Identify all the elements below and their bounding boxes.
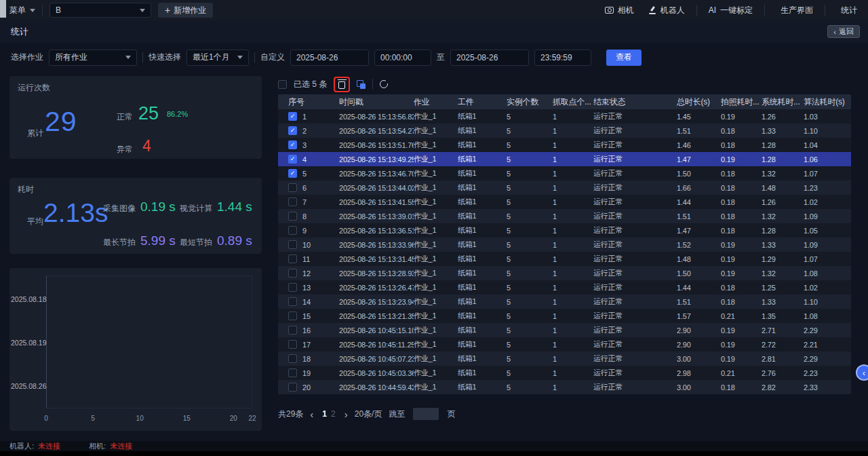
row-checkbox[interactable] bbox=[288, 326, 297, 335]
table-row[interactable]: 192025-08-26 10:45:03.368作业_1纸箱151运行正常2.… bbox=[278, 366, 851, 380]
new-job-button[interactable]: + 新增作业 bbox=[158, 3, 213, 18]
row-checkbox[interactable] bbox=[288, 368, 297, 377]
row-checkbox[interactable] bbox=[288, 240, 297, 249]
cell-system: 1.35 bbox=[762, 312, 804, 320]
cell-instances: 5 bbox=[507, 355, 553, 363]
delete-button[interactable] bbox=[338, 79, 345, 89]
cell-photo: 0.19 bbox=[721, 255, 762, 263]
row-checkbox[interactable] bbox=[288, 254, 297, 263]
table-row[interactable]: ✓42025-08-26 15:13:49.257作业_1纸箱151运行正常1.… bbox=[278, 152, 851, 166]
page-jump-input[interactable] bbox=[413, 408, 439, 420]
cell-status: 运行正常 bbox=[593, 225, 677, 235]
cell-algo: 1.05 bbox=[804, 227, 851, 235]
cell-part: 纸箱1 bbox=[458, 297, 507, 307]
robot-button[interactable]: 机器人 bbox=[646, 3, 688, 18]
stats-button[interactable]: 统计 bbox=[834, 3, 860, 18]
menu-button[interactable]: 菜单 bbox=[9, 5, 35, 16]
chart-category-label: 2025.08.26 bbox=[11, 382, 43, 390]
production-button[interactable]: 生产界面 bbox=[774, 3, 816, 18]
table-row[interactable]: 182025-08-26 10:45:07.232作业_1纸箱151运行正常3.… bbox=[278, 352, 851, 366]
end-time-input[interactable]: 23:59:59 bbox=[534, 50, 591, 66]
cell-job: 作业_1 bbox=[414, 282, 458, 292]
prev-page-button[interactable]: ‹ bbox=[310, 409, 313, 419]
row-checkbox[interactable]: ✓ bbox=[288, 126, 297, 135]
total-runs-value: 29 bbox=[45, 106, 77, 138]
time-stats-card: 耗时 平均 2.13s 采集图像0.19 s视觉计算1.44 s最长节拍5.99… bbox=[9, 178, 262, 254]
cell-part: 纸箱1 bbox=[458, 240, 507, 250]
end-date-input[interactable]: 2025-08-26 bbox=[450, 50, 529, 66]
table-row[interactable]: ✓12025-08-26 15:13:56.820作业_1纸箱151运行正常1.… bbox=[278, 109, 851, 124]
row-checkbox[interactable] bbox=[288, 283, 297, 292]
row-checkbox[interactable] bbox=[288, 269, 297, 278]
table-row[interactable]: 162025-08-26 10:45:15.108作业_1纸箱151运行正常2.… bbox=[278, 323, 851, 337]
row-checkbox[interactable] bbox=[288, 354, 297, 363]
cell-status: 运行正常 bbox=[593, 354, 677, 364]
copy-button[interactable] bbox=[357, 80, 366, 89]
table-row[interactable]: 72025-08-26 15:13:41.553作业_1纸箱151运行正常1.4… bbox=[278, 195, 851, 209]
bar-chart-plot bbox=[46, 276, 252, 408]
row-checkbox[interactable] bbox=[288, 340, 297, 349]
table-row[interactable]: 172025-08-26 10:45:11.259作业_1纸箱151运行正常2.… bbox=[278, 337, 851, 352]
table-row[interactable]: 122025-08-26 15:13:28.934作业_1纸箱151运行正常1.… bbox=[278, 266, 851, 280]
table-row[interactable]: ✓32025-08-26 15:13:51.763作业_1纸箱151运行正常1.… bbox=[278, 138, 851, 152]
row-checkbox[interactable] bbox=[288, 311, 297, 320]
table-row[interactable]: ✓52025-08-26 15:13:46.706作业_1纸箱151运行正常1.… bbox=[278, 166, 851, 180]
page-number[interactable]: 1 bbox=[320, 409, 329, 419]
select-all-checkbox[interactable] bbox=[278, 80, 287, 89]
page-number[interactable]: 2 bbox=[329, 409, 338, 419]
row-checkbox[interactable] bbox=[288, 183, 297, 192]
row-checkbox[interactable] bbox=[288, 197, 297, 206]
table-row[interactable]: 62025-08-26 15:13:44.027作业_1纸箱151运行正常1.6… bbox=[278, 180, 851, 195]
job-filter-select[interactable]: 所有作业 bbox=[49, 50, 137, 66]
cell-grasp: 1 bbox=[553, 355, 593, 363]
cell-system: 1.48 bbox=[762, 184, 804, 192]
table-row[interactable]: 132025-08-26 15:13:26.473作业_1纸箱151运行正常1.… bbox=[278, 280, 851, 294]
row-checkbox[interactable] bbox=[288, 383, 297, 392]
table-row[interactable]: 92025-08-26 15:13:36.512作业_1纸箱151运行正常1.4… bbox=[278, 223, 851, 238]
column-header: 系统耗时... bbox=[762, 96, 804, 108]
start-date-input[interactable]: 2025-08-26 bbox=[290, 50, 369, 66]
pagination: 共29条 ‹ 12 › 20条/页 跳至 页 bbox=[278, 408, 851, 420]
cell-part: 纸箱1 bbox=[458, 126, 507, 136]
chart-x-tick-label: 15 bbox=[183, 415, 191, 422]
robot-icon bbox=[648, 6, 656, 14]
cell-instances: 5 bbox=[507, 141, 553, 149]
table-row[interactable]: 102025-08-26 15:13:33.963作业_1纸箱151运行正常1.… bbox=[278, 238, 851, 252]
row-checkbox[interactable]: ✓ bbox=[288, 112, 297, 121]
row-index: 9 bbox=[302, 227, 307, 235]
refresh-button[interactable] bbox=[380, 80, 388, 88]
cell-part: 纸箱1 bbox=[458, 282, 507, 292]
cell-photo: 0.19 bbox=[721, 355, 762, 363]
row-checkbox[interactable]: ✓ bbox=[288, 140, 297, 149]
table-row[interactable]: 82025-08-26 15:13:39.010作业_1纸箱151运行正常1.5… bbox=[278, 209, 851, 223]
row-checkbox[interactable] bbox=[288, 226, 297, 235]
row-checkbox[interactable] bbox=[288, 297, 297, 306]
table-row[interactable]: ✓22025-08-26 15:13:54.276作业_1纸箱151运行正常1.… bbox=[278, 124, 851, 138]
back-button[interactable]: ‹ 返回 bbox=[827, 25, 860, 38]
row-index: 4 bbox=[302, 155, 307, 164]
cell-algo: 1.02 bbox=[804, 198, 851, 206]
table-row[interactable]: 112025-08-26 15:13:31.454作业_1纸箱151运行正常1.… bbox=[278, 252, 851, 266]
row-checkbox[interactable] bbox=[288, 212, 297, 221]
start-time-input[interactable]: 00:00:00 bbox=[374, 50, 431, 66]
cell-algo: 1.02 bbox=[804, 284, 851, 292]
row-index: 6 bbox=[302, 184, 307, 192]
cell-status: 运行正常 bbox=[593, 297, 677, 307]
row-checkbox[interactable]: ✓ bbox=[288, 155, 297, 164]
cell-job: 作业_1 bbox=[414, 126, 458, 136]
table-row[interactable]: 142025-08-26 15:13:23.941作业_1纸箱151运行正常1.… bbox=[278, 294, 851, 309]
job-select-dropdown[interactable]: B bbox=[50, 3, 151, 18]
cell-algo: 2.33 bbox=[804, 383, 851, 392]
next-page-button[interactable]: › bbox=[344, 409, 348, 419]
calibrate-button[interactable]: AI一键标定 bbox=[706, 3, 755, 18]
table-row[interactable]: 152025-08-26 15:13:21.352作业_1纸箱151运行正常1.… bbox=[278, 309, 851, 323]
table-row[interactable]: 202025-08-26 10:44:59.427作业_1纸箱151运行正常3.… bbox=[278, 380, 851, 394]
row-checkbox[interactable]: ✓ bbox=[288, 169, 297, 178]
cell-photo: 0.19 bbox=[721, 155, 762, 164]
quick-filter-select[interactable]: 最近1个月 bbox=[186, 50, 249, 66]
camera-button[interactable]: 相机 bbox=[602, 3, 637, 18]
query-button[interactable]: 查看 bbox=[606, 50, 642, 66]
cell-time: 2025-08-26 10:45:07.232 bbox=[339, 355, 414, 363]
collapse-panel-button[interactable]: ‹ bbox=[856, 364, 868, 381]
cell-algo: 1.23 bbox=[804, 184, 851, 192]
